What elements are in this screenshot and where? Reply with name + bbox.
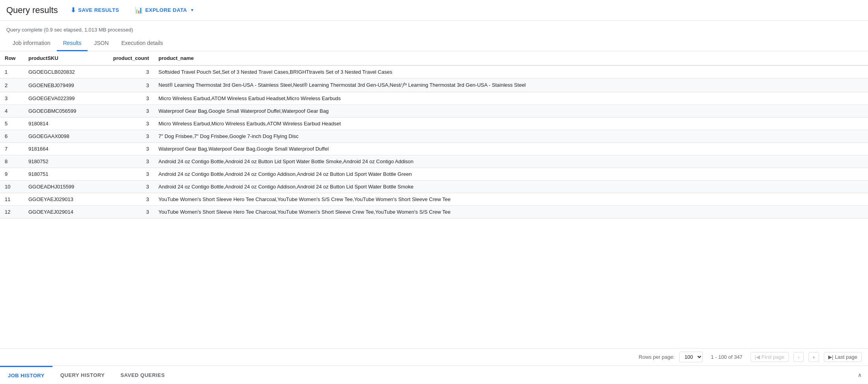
- prev-page-button[interactable]: ‹: [793, 352, 804, 362]
- rows-per-page-select[interactable]: 100 50 200: [679, 352, 703, 362]
- cell-count: 3: [102, 65, 154, 78]
- bottom-tab-job-history[interactable]: JOB HISTORY: [0, 366, 52, 384]
- col-row: Row: [0, 51, 24, 65]
- cell-product-name: Nest® Learning Thermostat 3rd Gen-USA - …: [154, 78, 868, 92]
- first-page-label: First page: [762, 354, 784, 360]
- cell-product-name: Micro Wireless Earbud,Micro Wireless Ear…: [154, 117, 868, 130]
- results-table-container: Row productSKU product_count product_nam…: [0, 51, 868, 348]
- cell-sku: 9180752: [24, 155, 102, 168]
- cell-count: 3: [102, 117, 154, 130]
- cell-count: 3: [102, 168, 154, 181]
- cell-sku: 9180814: [24, 117, 102, 130]
- first-page-button[interactable]: |◀ First page: [751, 352, 789, 362]
- explore-data-button[interactable]: 📊 EXPLORE DATA ▼: [132, 5, 197, 15]
- cell-product-name: Android 24 oz Contigo Bottle,Android 24 …: [154, 168, 868, 181]
- cell-row-number: 9: [0, 168, 24, 181]
- first-page-icon: |◀: [755, 354, 760, 360]
- cell-sku: 9181664: [24, 143, 102, 155]
- cell-sku: GGOEYAEJ029014: [24, 206, 102, 218]
- header: Query results ⬇ SAVE RESULTS 📊 EXPLORE D…: [0, 0, 868, 21]
- cell-sku: GGOEGAAX0098: [24, 130, 102, 143]
- cell-count: 3: [102, 206, 154, 218]
- cell-product-name: 7" Dog Frisbee,7" Dog Frisbee,Google 7-i…: [154, 130, 868, 143]
- bottom-tab-saved-queries[interactable]: SAVED QUERIES: [113, 367, 173, 384]
- cell-count: 3: [102, 130, 154, 143]
- tab-json[interactable]: JSON: [88, 36, 115, 51]
- last-page-icon: ▶|: [828, 354, 833, 360]
- save-results-button[interactable]: ⬇ SAVE RESULTS: [67, 5, 122, 15]
- next-page-button[interactable]: ›: [808, 352, 819, 362]
- cell-count: 3: [102, 155, 154, 168]
- cell-row-number: 6: [0, 130, 24, 143]
- cell-row-number: 5: [0, 117, 24, 130]
- cell-sku: GGOEGEVA022399: [24, 92, 102, 105]
- save-icon: ⬇: [71, 6, 76, 14]
- table-row: 2 GGOENEBJ079499 3 Nest® Learning Thermo…: [0, 78, 868, 92]
- cell-product-name: Android 24 oz Contigo Bottle,Android 24 …: [154, 155, 868, 168]
- table-row: 3 GGOEGEVA022399 3 Micro Wireless Earbud…: [0, 92, 868, 105]
- next-icon: ›: [813, 354, 814, 360]
- cell-product-name: YouTube Women's Short Sleeve Hero Tee Ch…: [154, 206, 868, 218]
- table-row: 4 GGOEGBMC056599 3 Waterproof Gear Bag,G…: [0, 105, 868, 117]
- cell-sku: GGOENEBJ079499: [24, 78, 102, 92]
- cell-count: 3: [102, 193, 154, 206]
- cell-count: 3: [102, 143, 154, 155]
- save-results-label: SAVE RESULTS: [78, 7, 119, 13]
- last-page-label: Last page: [835, 354, 857, 360]
- cell-row-number: 7: [0, 143, 24, 155]
- cell-row-number: 8: [0, 155, 24, 168]
- table-row: 1 GGOEGCLB020832 3 Softsided Travel Pouc…: [0, 65, 868, 78]
- chevron-down-icon: ▼: [190, 8, 194, 12]
- cell-sku: GGOEGCLB020832: [24, 65, 102, 78]
- cell-row-number: 4: [0, 105, 24, 117]
- pagination-range: 1 - 100 of 347: [711, 354, 742, 360]
- cell-product-name: Softsided Travel Pouch Set,Set of 3 Nest…: [154, 65, 868, 78]
- tab-bar: Job information Results JSON Execution d…: [0, 36, 868, 51]
- pagination-bar: Rows per page: 100 50 200 1 - 100 of 347…: [0, 348, 868, 365]
- cell-count: 3: [102, 181, 154, 193]
- cell-count: 3: [102, 92, 154, 105]
- explore-icon: 📊: [135, 6, 143, 14]
- cell-count: 3: [102, 78, 154, 92]
- query-status: Query complete (0.9 sec elapsed, 1,013 M…: [0, 21, 868, 36]
- explore-data-label: EXPLORE DATA: [145, 7, 187, 13]
- cell-count: 3: [102, 105, 154, 117]
- prev-icon: ‹: [798, 354, 799, 360]
- bottom-bar: JOB HISTORY QUERY HISTORY SAVED QUERIES …: [0, 365, 868, 384]
- col-product-count: product_count: [102, 51, 154, 65]
- cell-row-number: 3: [0, 92, 24, 105]
- tab-execution-details[interactable]: Execution details: [115, 36, 170, 51]
- cell-product-name: Android 24 oz Contigo Bottle,Android 24 …: [154, 181, 868, 193]
- page-title: Query results: [6, 5, 58, 15]
- cell-product-name: Micro Wireless Earbud,ATOM Wireless Earb…: [154, 92, 868, 105]
- col-product-name: product_name: [154, 51, 868, 65]
- tab-results[interactable]: Results: [57, 36, 88, 51]
- table-row: 10 GGOEADHJ015599 3 Android 24 oz Contig…: [0, 181, 868, 193]
- cell-product-name: YouTube Women's Short Sleeve Hero Tee Ch…: [154, 193, 868, 206]
- table-row: 12 GGOEYAEJ029014 3 YouTube Women's Shor…: [0, 206, 868, 218]
- last-page-button[interactable]: ▶| Last page: [824, 352, 862, 362]
- table-row: 7 9181664 3 Waterproof Gear Bag,Waterpoo…: [0, 143, 868, 155]
- cell-product-name: Waterproof Gear Bag,Waterpoof Gear Bag,G…: [154, 143, 868, 155]
- tab-job-information[interactable]: Job information: [6, 36, 57, 51]
- table-header-row: Row productSKU product_count product_nam…: [0, 51, 868, 65]
- cell-sku: GGOEADHJ015599: [24, 181, 102, 193]
- cell-sku: 9180751: [24, 168, 102, 181]
- cell-row-number: 1: [0, 65, 24, 78]
- cell-row-number: 2: [0, 78, 24, 92]
- table-row: 6 GGOEGAAX0098 3 7" Dog Frisbee,7" Dog F…: [0, 130, 868, 143]
- rows-per-page-label: Rows per page:: [639, 354, 674, 360]
- table-row: 5 9180814 3 Micro Wireless Earbud,Micro …: [0, 117, 868, 130]
- table-row: 8 9180752 3 Android 24 oz Contigo Bottle…: [0, 155, 868, 168]
- query-status-text: Query complete (0.9 sec elapsed, 1,013 M…: [6, 27, 133, 33]
- cell-row-number: 12: [0, 206, 24, 218]
- cell-sku: GGOEGBMC056599: [24, 105, 102, 117]
- collapse-chevron-icon[interactable]: ∧: [851, 366, 868, 384]
- cell-product-name: Waterproof Gear Bag,Google Small Waterpr…: [154, 105, 868, 117]
- table-row: 9 9180751 3 Android 24 oz Contigo Bottle…: [0, 168, 868, 181]
- cell-row-number: 10: [0, 181, 24, 193]
- bottom-tab-query-history[interactable]: QUERY HISTORY: [52, 367, 113, 384]
- cell-row-number: 11: [0, 193, 24, 206]
- table-row: 11 GGOEYAEJ029013 3 YouTube Women's Shor…: [0, 193, 868, 206]
- col-productsku: productSKU: [24, 51, 102, 65]
